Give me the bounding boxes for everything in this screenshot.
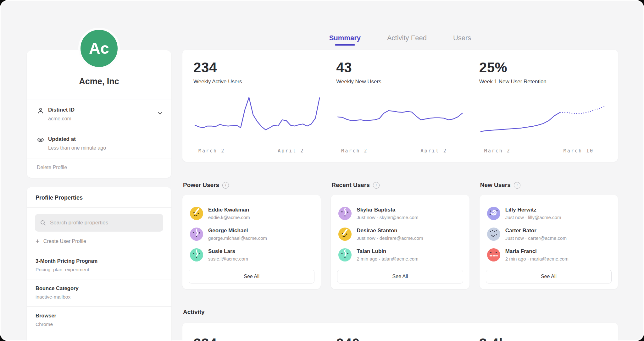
user-row-susie-lars[interactable]: Susie Larssusie.l@acme.com xyxy=(189,245,314,265)
x-tick: March 2 xyxy=(198,148,225,154)
line-chart xyxy=(193,92,321,144)
user-text: Lilly HerwitzJust now · lilly@acme.com xyxy=(505,207,561,220)
field-label: Distinct ID xyxy=(48,107,75,114)
avatar-face-icon xyxy=(487,228,500,241)
x-axis: March 2March 10 xyxy=(479,148,607,156)
tab-summary[interactable]: Summary xyxy=(329,34,361,46)
user-text: Skylar BaptistaJust now · skyler@acme.co… xyxy=(357,207,418,220)
avatar-initials: Ac xyxy=(89,39,109,58)
person-icon xyxy=(37,107,44,114)
field-distinct-id[interactable]: Distinct ID acme.com xyxy=(27,100,171,129)
info-icon[interactable]: i xyxy=(514,182,520,189)
info-icon[interactable]: i xyxy=(222,182,229,189)
x-tick: April 2 xyxy=(421,148,447,154)
property-value: Pricing_plan_experiment xyxy=(36,267,163,272)
profile-properties-title: Profile Properties xyxy=(27,187,171,207)
section-recent-users: Recent Usersi Skylar BaptistaJust now · … xyxy=(331,182,469,289)
field-updated-at: Updated at Less than one minute ago xyxy=(27,129,171,158)
property-label: Browser xyxy=(36,313,163,319)
profile-summary-card: Acme, Inc Distinct ID acme.com xyxy=(27,50,171,178)
user-row-lilly-herwitz[interactable]: Lilly HerwitzJust now · lilly@acme.com xyxy=(486,203,612,224)
user-name: Talan Lubin xyxy=(357,248,418,255)
user-row-talan-lubin[interactable]: Talan Lubin2 min ago · talan@acme.com xyxy=(337,245,463,265)
tab-users[interactable]: Users xyxy=(453,34,471,46)
avatar-face-icon xyxy=(487,248,500,261)
app-window: Ac Acme, Inc Distinct ID acme.com xyxy=(0,0,644,341)
user-row-skylar-baptista[interactable]: Skylar BaptistaJust now · skyler@acme.co… xyxy=(337,203,463,224)
user-row-eddie-kwakman[interactable]: Eddie Kwakmaneddie.k@acme.com xyxy=(189,203,314,224)
info-icon[interactable]: i xyxy=(373,182,380,189)
user-avatar xyxy=(338,248,352,261)
see-all-button[interactable]: See All xyxy=(337,270,463,283)
section-power-users: Power Usersi Eddie Kwakmaneddie.k@acme.c… xyxy=(182,182,321,289)
user-sections: Power Usersi Eddie Kwakmaneddie.k@acme.c… xyxy=(182,182,618,289)
user-text: Eddie Kwakmaneddie.k@acme.com xyxy=(208,207,250,220)
property-item-3-month-pricing-program[interactable]: 3-Month Pricing ProgramPricing_plan_expe… xyxy=(27,252,171,279)
avatar-face-icon xyxy=(338,228,352,241)
plus-icon: + xyxy=(36,239,40,244)
stat-label: Weekly Active Users xyxy=(193,79,321,85)
company-avatar: Ac xyxy=(78,28,120,69)
property-value: inactive-mailbox xyxy=(36,294,163,300)
user-avatar xyxy=(487,228,500,241)
search-input[interactable] xyxy=(49,219,158,226)
property-value: Chrome xyxy=(36,322,163,327)
user-avatar xyxy=(190,207,203,220)
eye-icon xyxy=(37,136,44,144)
create-user-profile-button[interactable]: + Create User Profile xyxy=(27,232,171,252)
user-subtext: Just now · desirare@acme.com xyxy=(357,235,423,241)
user-avatar xyxy=(487,248,500,261)
delete-profile-button[interactable]: Delete Profile xyxy=(27,158,171,178)
activity-card: 2349403.4k xyxy=(182,323,618,341)
property-item-bounce-category[interactable]: Bounce Categoryinactive-mailbox xyxy=(27,279,171,306)
stat-label: Weekly New Users xyxy=(336,79,464,85)
line-chart xyxy=(479,92,607,144)
metrics-grid: 234Weekly Active UsersMarch 2April 243We… xyxy=(193,60,607,156)
stat-value: 25% xyxy=(479,60,607,75)
user-row-maria-franci[interactable]: Maria Franci2 min ago · maria@acme.com xyxy=(486,245,612,265)
avatar-face-icon xyxy=(338,248,352,261)
user-row-carter-bator[interactable]: Carter BatorJust now · carter@acme.com xyxy=(486,224,612,245)
user-row-desirae-stanton[interactable]: Desirae StantonJust now · desirare@acme.… xyxy=(337,224,463,245)
property-item-browser[interactable]: BrowserChrome xyxy=(27,306,171,334)
activity-title: Activity xyxy=(183,309,205,316)
user-name: Maria Franci xyxy=(505,248,569,255)
section-title: Recent Users xyxy=(331,182,369,189)
tab-activity-feed[interactable]: Activity Feed xyxy=(387,34,427,46)
user-name: Desirae Stanton xyxy=(357,228,423,234)
user-list-card: Lilly HerwitzJust now · lilly@acme.com C… xyxy=(480,195,618,289)
user-text: Desirae StantonJust now · desirare@acme.… xyxy=(357,228,423,241)
chevron-down-icon xyxy=(157,110,163,116)
search-icon xyxy=(40,220,46,226)
user-subtext: Just now · skyler@acme.com xyxy=(357,215,418,220)
section-title: New Users xyxy=(480,182,511,189)
user-row-george-michael[interactable]: George Michaelgeorge.michael@acme.com xyxy=(189,224,314,245)
user-avatar xyxy=(190,248,203,261)
section-header: New Usersi xyxy=(480,182,618,189)
stat-value: 43 xyxy=(336,60,464,75)
property-label: Bounce Category xyxy=(36,285,163,291)
profile-properties-list: 3-Month Pricing ProgramPricing_plan_expe… xyxy=(27,252,171,334)
user-name: Skylar Baptista xyxy=(357,207,418,213)
tab-bar: SummaryActivity FeedUsers xyxy=(182,34,618,46)
user-avatar xyxy=(338,228,352,241)
x-tick: March 2 xyxy=(484,148,511,154)
see-all-button[interactable]: See All xyxy=(486,270,612,283)
field-value: Less than one minute ago xyxy=(48,145,106,151)
property-label: 3-Month Pricing Program xyxy=(36,258,163,264)
search-profile-properties[interactable] xyxy=(35,214,163,232)
section-header: Power Usersi xyxy=(183,182,321,189)
user-subtext: susie.l@acme.com xyxy=(208,256,248,261)
user-subtext: george.michael@acme.com xyxy=(208,235,267,241)
x-tick: March 10 xyxy=(564,148,594,154)
field-label: Updated at xyxy=(48,136,106,143)
user-name: Eddie Kwakman xyxy=(208,207,250,213)
section-header: Recent Usersi xyxy=(331,182,469,189)
user-name: Susie Lars xyxy=(208,248,248,255)
see-all-button[interactable]: See All xyxy=(189,270,314,283)
user-name: George Michael xyxy=(208,228,267,234)
section-title: Power Users xyxy=(183,182,219,189)
user-avatar xyxy=(487,207,500,220)
user-text: Maria Franci2 min ago · maria@acme.com xyxy=(505,248,569,261)
stat-label: Week 1 New User Retention xyxy=(479,79,607,85)
